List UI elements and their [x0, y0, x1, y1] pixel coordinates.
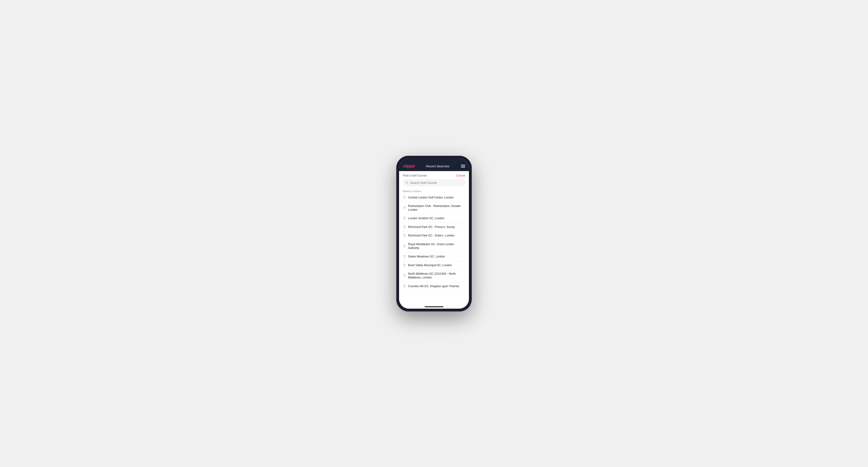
course-list: Central London Golf Centre, London Roeha… [399, 193, 469, 304]
top-bar: clippd Recent Searches [399, 161, 469, 171]
location-pin-icon [403, 217, 406, 220]
nearby-section-label: Nearby courses [399, 188, 469, 193]
search-icon [405, 181, 408, 184]
home-indicator [399, 304, 469, 309]
course-name: North Middlesex GC (1011942 - North Midd… [408, 272, 465, 279]
location-pin-icon [403, 264, 406, 267]
home-bar [425, 306, 443, 307]
svg-point-5 [404, 226, 405, 227]
svg-point-6 [404, 235, 405, 236]
svg-line-1 [407, 183, 408, 184]
list-item[interactable]: Coombe Hill GC, Kingston upon Thames [399, 282, 469, 291]
menu-button[interactable] [461, 165, 465, 167]
course-name: Central London Golf Centre, London [408, 196, 454, 199]
cancel-button[interactable]: Cancel [457, 174, 465, 177]
list-item[interactable]: Richmond Park GC - Duke's, London [399, 231, 469, 240]
course-name: Dukes Meadows GC, London [408, 255, 445, 259]
page-title: Recent Searches [426, 164, 450, 168]
search-input[interactable] [410, 181, 463, 185]
svg-point-11 [404, 285, 405, 286]
svg-point-4 [404, 218, 405, 218]
svg-point-2 [404, 197, 405, 197]
location-pin-icon [403, 226, 406, 229]
svg-point-7 [404, 245, 405, 246]
find-header: Find a Golf Course Cancel [399, 171, 469, 179]
content-area: Find a Golf Course Cancel Nearby courses… [399, 171, 469, 304]
location-pin-icon [403, 274, 406, 278]
phone-screen: clippd Recent Searches Find a Golf Cours… [399, 159, 469, 309]
course-name: Roehampton Club - Roehampton, Greater Lo… [408, 205, 465, 212]
svg-point-10 [404, 275, 405, 275]
course-name: London Scottish GC, London [408, 217, 444, 220]
list-item[interactable]: London Scottish GC, London [399, 214, 469, 223]
location-pin-icon [403, 245, 406, 248]
search-box[interactable] [403, 179, 465, 186]
list-item[interactable]: North Middlesex GC (1011942 - North Midd… [399, 270, 469, 282]
course-name: Richmond Park GC - Prince's, Surrey [408, 225, 455, 229]
list-item[interactable]: Central London Golf Centre, London [399, 193, 469, 202]
hamburger-line-3 [461, 167, 465, 167]
hamburger-line-2 [461, 166, 465, 166]
list-item[interactable]: Royal Wimbledon GC, Great London Authori… [399, 240, 469, 252]
phone-frame: clippd Recent Searches Find a Golf Cours… [396, 156, 472, 311]
list-item[interactable]: Brent Valley Municipal GC, London [399, 261, 469, 270]
location-pin-icon [403, 207, 406, 210]
hamburger-line-1 [461, 165, 465, 165]
list-item[interactable]: Roehampton Club - Roehampton, Greater Lo… [399, 202, 469, 214]
location-pin-icon [403, 285, 406, 288]
svg-point-8 [404, 256, 405, 256]
course-name: Richmond Park GC - Duke's, London [408, 234, 455, 238]
location-pin-icon [403, 234, 406, 238]
course-name: Brent Valley Municipal GC, London [408, 263, 452, 268]
find-label: Find a Golf Course [403, 174, 427, 177]
course-name: Coombe Hill GC, Kingston upon Thames [408, 285, 459, 288]
course-name: Royal Wimbledon GC, Great London Authori… [408, 243, 465, 250]
location-pin-icon [403, 196, 406, 199]
list-item[interactable]: Dukes Meadows GC, London [399, 252, 469, 261]
app-logo: clippd [403, 164, 415, 169]
location-pin-icon [403, 255, 406, 258]
status-bar [399, 159, 469, 161]
svg-point-9 [404, 264, 405, 265]
list-item[interactable]: Richmond Park GC - Prince's, Surrey [399, 223, 469, 232]
svg-point-3 [404, 207, 405, 208]
